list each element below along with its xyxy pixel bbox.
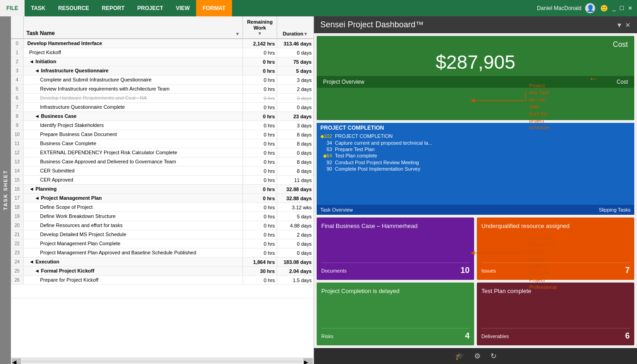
table-row[interactable]: 13 Business Case Approved and Delivered … bbox=[11, 157, 313, 167]
dashboard-toolbar: 🎓 ⚙ ↻ bbox=[314, 348, 637, 364]
scrollbar-track[interactable] bbox=[22, 359, 303, 363]
tile-footer: Deliverables 6 bbox=[481, 328, 630, 341]
table-row[interactable]: 5 Review Infrastructure requirements wit… bbox=[11, 85, 313, 94]
table-row[interactable]: 0 Develop Hammerhead Interface 2,142 hrs… bbox=[11, 39, 313, 48]
row-name-9: Identify Project Stakeholders bbox=[40, 122, 104, 128]
dashboard-body: Cost $287,905 ← Project Overview Cost PR… bbox=[314, 33, 637, 348]
task-rows-container[interactable]: 0 Develop Hammerhead Interface 2,142 hrs… bbox=[11, 39, 313, 358]
table-row[interactable]: 20 Define Resources and effort for tasks… bbox=[11, 221, 313, 230]
tile-footer-label: Deliverables bbox=[481, 334, 509, 339]
learn-icon[interactable]: 🎓 bbox=[452, 351, 467, 361]
table-row[interactable]: 16 ◄ Planning 0 hrs 32.88 days bbox=[11, 185, 313, 194]
close-icon[interactable]: ✕ bbox=[628, 5, 632, 11]
table-row[interactable]: 2 ◄ Initiation 0 hrs 75 days bbox=[11, 57, 313, 66]
tile-cost[interactable]: Cost $287,905 ← Project Overview Cost bbox=[317, 36, 634, 120]
settings-icon[interactable]: ⚙ bbox=[471, 351, 483, 361]
col-header-task: Task Name ▼ bbox=[24, 16, 243, 38]
table-row[interactable]: 24 ◄ Execution 1,864 hrs 183.08 days bbox=[11, 258, 313, 267]
row-name-16: ◄ Planning bbox=[29, 186, 56, 192]
table-row[interactable]: 15 CER Approved 0 hrs 11 days bbox=[11, 176, 313, 185]
table-row[interactable]: 14 CER Submitted 0 hrs 8 days bbox=[11, 167, 313, 176]
table-row-empty bbox=[11, 285, 313, 298]
table-row[interactable]: 22 Project Management Plan Complete 0 hr… bbox=[11, 239, 313, 248]
row-name-10: Prepare Business Case Document bbox=[40, 131, 117, 137]
table-row[interactable]: 17 ◄ Project Management Plan 0 hrs 32.88… bbox=[11, 194, 313, 203]
row-name-11: Business Case Complete bbox=[40, 140, 96, 147]
dashboard-header: Sensei Project Dashboard™ ▼ ✕ bbox=[314, 16, 637, 33]
table-row[interactable]: 11 Business Case Complete 0 hrs 8 days bbox=[11, 139, 313, 148]
tile-footer: Documents 10 bbox=[321, 263, 470, 275]
row-name-1: Project Kickoff bbox=[29, 49, 61, 56]
tile-footer: Issues 7 bbox=[481, 263, 630, 275]
cost-label: Cost bbox=[323, 40, 628, 49]
horizontal-scrollbar[interactable]: ◀ ▶ bbox=[11, 358, 313, 364]
row-name-17: ◄ Project Management Plan bbox=[35, 195, 102, 201]
table-row[interactable]: 3 ◄ Infrastructure Questionnaire 0 hrs 5… bbox=[11, 66, 313, 76]
table-row[interactable]: 18 Define Scope of Project 0 hrs 3.12 wk… bbox=[11, 203, 313, 212]
dropdown-icon[interactable]: ▼ bbox=[616, 21, 622, 29]
tile-underqualified[interactable]: Underqualified resource assigned Issues … bbox=[477, 217, 634, 280]
cost-footer-right: Cost bbox=[617, 79, 628, 85]
table-row[interactable]: 21 Develop Detailed MS Project Schedule … bbox=[11, 230, 313, 239]
tile-footer-label: Risks bbox=[321, 334, 334, 339]
tile-footer-label: Documents bbox=[321, 268, 347, 273]
cost-footer-left: Project Overview bbox=[323, 79, 364, 85]
tile-task-overview[interactable]: PROJECT COMPLETION ◆102 PROJECT COMPLETI… bbox=[317, 123, 634, 214]
tab-task[interactable]: TASK bbox=[25, 0, 52, 16]
ribbon: FILE TASK RESOURCE REPORT PROJECT VIEW F… bbox=[0, 0, 637, 16]
cost-tile-footer: Project Overview Cost bbox=[317, 76, 634, 88]
task-overview-items: ◆102 PROJECT COMPLETION 34 Capture curre… bbox=[317, 133, 634, 172]
row-name-26: Prepare for Project Kickoff bbox=[40, 277, 98, 283]
row-name-12: EXTERNAL DEPENDENCY Project Risk Calcula… bbox=[40, 149, 177, 156]
table-row[interactable]: 7 Infrastructure Questionnaire Complete … bbox=[11, 103, 313, 112]
table-row[interactable]: 1 Project Kickoff 0 hrs 0 days bbox=[11, 48, 313, 57]
column-headers: Task Name ▼ Remaining Work ▼ Duration ▼ bbox=[11, 16, 313, 39]
smiley-icon: 🙂 bbox=[599, 3, 609, 13]
table-row[interactable]: 9 Identify Project Stakeholders 0 hrs 3 … bbox=[11, 121, 313, 130]
tile-footer-count: 7 bbox=[625, 266, 630, 275]
row-name-20: Define Resources and effort for tasks bbox=[40, 222, 122, 228]
table-row[interactable]: 23 Project Management Plan Approved and … bbox=[11, 248, 313, 258]
row-name-8: ◄ Business Case bbox=[35, 113, 76, 119]
scroll-left-btn[interactable]: ◀ bbox=[12, 359, 21, 364]
table-row[interactable]: 26 Prepare for Project Kickoff 0 hrs 1.5… bbox=[11, 276, 313, 285]
row-name-0: Develop Hammerhead Interface bbox=[25, 40, 102, 46]
row-name-24: ◄ Execution bbox=[29, 258, 60, 265]
minimize-icon[interactable]: ⎯ bbox=[612, 5, 616, 11]
col-header-rw: Remaining Work ▼ bbox=[243, 16, 277, 38]
table-row[interactable]: 25 ◄ Formal Project Kickoff 30 hrs 2.04 … bbox=[11, 267, 313, 276]
tile-footer-count: 10 bbox=[460, 266, 470, 275]
cost-value: $287,905 bbox=[323, 51, 628, 73]
row-name-3: ◄ Infrastructure Questionnaire bbox=[35, 67, 108, 74]
table-row[interactable]: 6 Develop Hardware Requirements and Cost… bbox=[11, 94, 313, 103]
scroll-right-btn[interactable]: ▶ bbox=[303, 359, 313, 364]
row-name-14: CER Submitted bbox=[40, 167, 75, 174]
tab-format[interactable]: FORMAT bbox=[196, 0, 232, 16]
task-sheet-label: TASK SHEET bbox=[0, 16, 11, 364]
table-row[interactable]: 4 Complete and Submit Infrastructure Que… bbox=[11, 76, 313, 85]
dashboard-panel: Sensei Project Dashboard™ ▼ ✕ Cost $287,… bbox=[314, 16, 637, 364]
tab-report[interactable]: REPORT bbox=[96, 0, 131, 16]
tile-footer: Risks 4 bbox=[321, 328, 470, 341]
table-row[interactable]: 8 ◄ Business Case 0 hrs 23 days bbox=[11, 112, 313, 121]
list-item: ◆64 Test Plan complete bbox=[317, 152, 634, 159]
tab-file[interactable]: FILE bbox=[0, 0, 25, 16]
row-name-23: Project Management Plan Approved and Bas… bbox=[40, 249, 196, 256]
table-row[interactable]: 12 EXTERNAL DEPENDENCY Project Risk Calc… bbox=[11, 148, 313, 157]
maximize-icon[interactable]: ☐ bbox=[619, 5, 624, 11]
tile-final-biz-case[interactable]: Final Business Case – Hammerhead Documen… bbox=[317, 217, 474, 280]
table-row[interactable]: 10 Prepare Business Case Document 0 hrs … bbox=[11, 130, 313, 139]
tab-project[interactable]: PROJECT bbox=[131, 0, 170, 16]
tile-content: Underqualified resource assigned bbox=[481, 222, 630, 263]
tile-project-completion[interactable]: Project Completion is delayed Risks 4 bbox=[317, 283, 474, 345]
row-name-22: Project Management Plan Complete bbox=[40, 240, 121, 247]
close-dashboard-icon[interactable]: ✕ bbox=[625, 21, 631, 29]
tab-view[interactable]: VIEW bbox=[170, 0, 197, 16]
row-name-7: Infrastructure Questionnaire Complete bbox=[40, 104, 125, 110]
col-header-dur: Duration ▼ bbox=[277, 16, 313, 38]
table-row[interactable]: 19 Define Work Breakdown Structure 0 hrs… bbox=[11, 212, 313, 221]
refresh-icon[interactable]: ↻ bbox=[488, 351, 499, 361]
tile-test-plan[interactable]: Test Plan complete Deliverables 6 bbox=[477, 283, 634, 345]
tab-resource[interactable]: RESOURCE bbox=[52, 0, 96, 16]
list-item: ◆102 PROJECT COMPLETION bbox=[317, 133, 634, 140]
